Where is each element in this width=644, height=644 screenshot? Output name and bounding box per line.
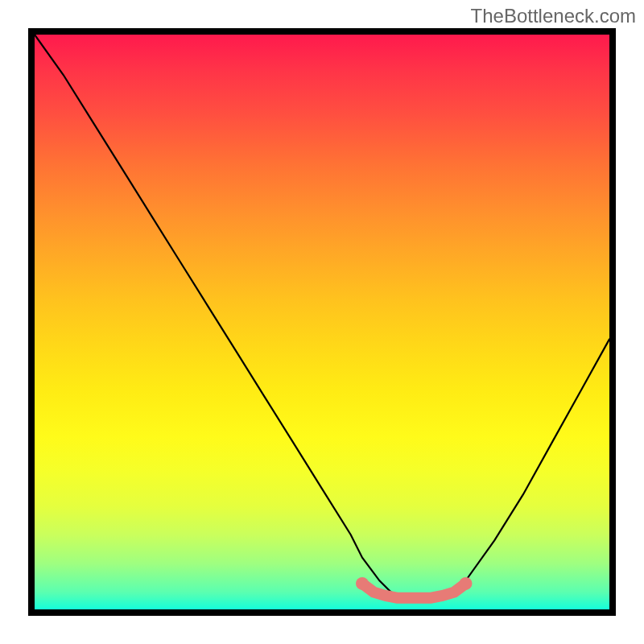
- curve-layer: [35, 35, 609, 609]
- highlight-band: [356, 577, 473, 598]
- plot-area: [35, 35, 609, 609]
- highlight-end-dot: [460, 577, 473, 590]
- chart-root: TheBottleneck.com: [0, 0, 644, 644]
- watermark-text: TheBottleneck.com: [471, 5, 636, 27]
- plot-frame: [28, 28, 616, 616]
- bottleneck-curve: [35, 35, 609, 598]
- highlight-path: [362, 584, 466, 598]
- highlight-end-dot: [356, 577, 369, 590]
